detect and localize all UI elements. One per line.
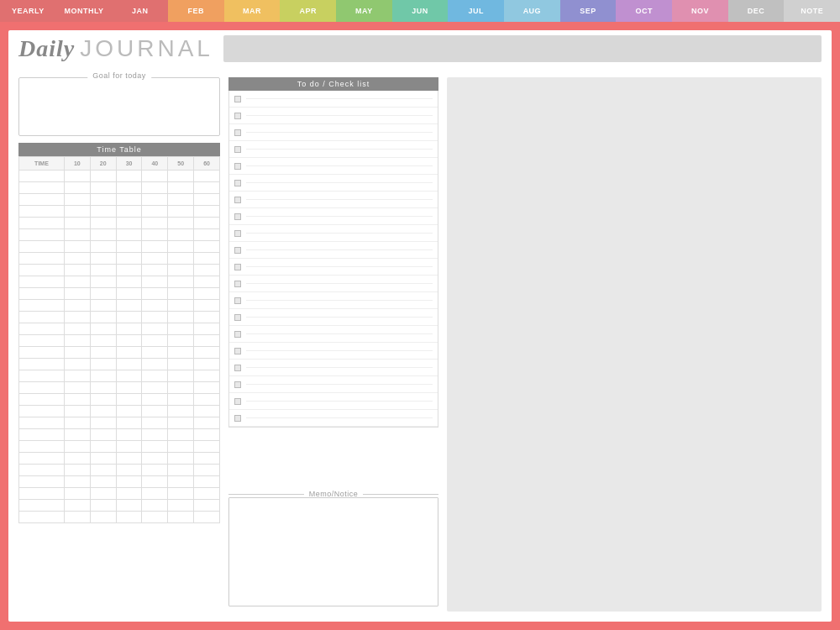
- checkbox[interactable]: [234, 281, 241, 287]
- checklist-item[interactable]: [229, 141, 438, 158]
- table-cell: [116, 441, 142, 453]
- checklist-item[interactable]: [229, 208, 438, 225]
- goal-label: Goal for today: [87, 71, 151, 80]
- checkbox[interactable]: [234, 415, 241, 422]
- checklist-item[interactable]: [229, 309, 438, 326]
- table-cell: [90, 206, 116, 218]
- checklist-item[interactable]: [229, 158, 438, 175]
- checkbox[interactable]: [234, 96, 241, 102]
- goal-section[interactable]: Goal for today: [18, 77, 220, 136]
- checkbox[interactable]: [234, 381, 241, 388]
- table-cell: [19, 182, 65, 194]
- nav-tab-dec[interactable]: DEC: [728, 0, 785, 22]
- table-cell: [116, 370, 142, 382]
- checklist-item[interactable]: [229, 192, 438, 208]
- checkbox[interactable]: [234, 146, 241, 153]
- checklist-item[interactable]: [229, 326, 438, 343]
- nav-tab-note[interactable]: NOTE: [784, 0, 840, 22]
- checkbox[interactable]: [234, 113, 241, 119]
- table-cell: [90, 347, 116, 359]
- table-cell: [19, 265, 65, 276]
- nav-tab-mar[interactable]: MAR: [224, 0, 281, 22]
- table-cell: [116, 276, 142, 288]
- nav-tab-jun[interactable]: JUN: [392, 0, 449, 22]
- table-cell: [116, 382, 142, 394]
- table-cell: [142, 512, 168, 523]
- nav-tab-yearly[interactable]: YEARLY: [0, 0, 56, 22]
- table-cell: [194, 500, 220, 512]
- nav-tab-oct[interactable]: OCT: [616, 0, 672, 22]
- table-cell: [194, 288, 220, 300]
- table-cell: [142, 206, 168, 218]
- checklist-item[interactable]: [229, 393, 438, 410]
- table-cell: [19, 394, 65, 406]
- table-row: [19, 453, 220, 465]
- checkbox[interactable]: [234, 314, 241, 321]
- table-cell: [194, 276, 220, 288]
- nav-tab-nov[interactable]: NOV: [672, 0, 728, 22]
- nav-tab-aug[interactable]: AUG: [504, 0, 560, 22]
- table-cell: [116, 300, 142, 312]
- checklist-item[interactable]: [229, 124, 438, 141]
- table-cell: [142, 429, 168, 441]
- checklist-item[interactable]: [229, 259, 438, 276]
- checkbox[interactable]: [234, 348, 241, 354]
- checkbox[interactable]: [234, 398, 241, 405]
- checkbox[interactable]: [234, 230, 241, 237]
- checklist-line: [246, 317, 433, 318]
- checklist-item[interactable]: [229, 376, 438, 393]
- header-area: Daily JOURNAL: [8, 30, 832, 67]
- checkbox[interactable]: [234, 264, 241, 270]
- table-cell: [64, 288, 90, 300]
- table-cell: [19, 465, 65, 476]
- checklist-item[interactable]: [229, 276, 438, 292]
- nav-tab-jan[interactable]: JAN: [112, 0, 168, 22]
- table-cell: [142, 406, 168, 417]
- checklist-item[interactable]: [229, 360, 438, 376]
- checklist-line: [246, 266, 433, 267]
- nav-tab-may[interactable]: MAY: [336, 0, 392, 22]
- table-cell: [142, 194, 168, 206]
- checkbox[interactable]: [234, 129, 241, 136]
- nav-tab-feb[interactable]: FEB: [168, 0, 224, 22]
- checklist-item[interactable]: [229, 108, 438, 124]
- nav-tab-monthly[interactable]: MONTHLY: [56, 0, 113, 22]
- memo-box[interactable]: [228, 497, 438, 606]
- table-cell: [194, 512, 220, 523]
- table-cell: [194, 253, 220, 265]
- checkbox[interactable]: [234, 247, 241, 254]
- nav-tab-apr[interactable]: APR: [280, 0, 336, 22]
- checkbox[interactable]: [234, 365, 241, 371]
- checklist-item[interactable]: [229, 343, 438, 360]
- checklist-line: [246, 300, 433, 301]
- checklist-item[interactable]: [229, 175, 438, 192]
- table-cell: [168, 218, 194, 229]
- col-30: 30: [116, 157, 142, 171]
- checklist-item[interactable]: [229, 292, 438, 309]
- checkbox[interactable]: [234, 213, 241, 220]
- middle-column: To do / Check list Memo/Notice: [228, 77, 438, 612]
- checklist-item[interactable]: [229, 225, 438, 242]
- checklist-item[interactable]: [229, 410, 438, 427]
- nav-tab-jul[interactable]: JUL: [448, 0, 504, 22]
- table-cell: [64, 476, 90, 488]
- date-box[interactable]: [223, 35, 822, 62]
- table-cell: [168, 465, 194, 476]
- checkbox[interactable]: [234, 331, 241, 338]
- table-cell: [116, 394, 142, 406]
- checkbox[interactable]: [234, 297, 241, 304]
- table-cell: [168, 406, 194, 417]
- table-cell: [64, 347, 90, 359]
- checkbox[interactable]: [234, 197, 241, 203]
- checkbox[interactable]: [234, 163, 241, 170]
- table-cell: [19, 417, 65, 429]
- table-cell: [142, 276, 168, 288]
- table-cell: [194, 312, 220, 323]
- table-cell: [142, 218, 168, 229]
- table-cell: [90, 382, 116, 394]
- checklist-item[interactable]: [229, 242, 438, 259]
- table-cell: [142, 300, 168, 312]
- nav-tab-sep[interactable]: SEP: [560, 0, 617, 22]
- checkbox[interactable]: [234, 180, 241, 186]
- checklist-item[interactable]: [229, 91, 438, 108]
